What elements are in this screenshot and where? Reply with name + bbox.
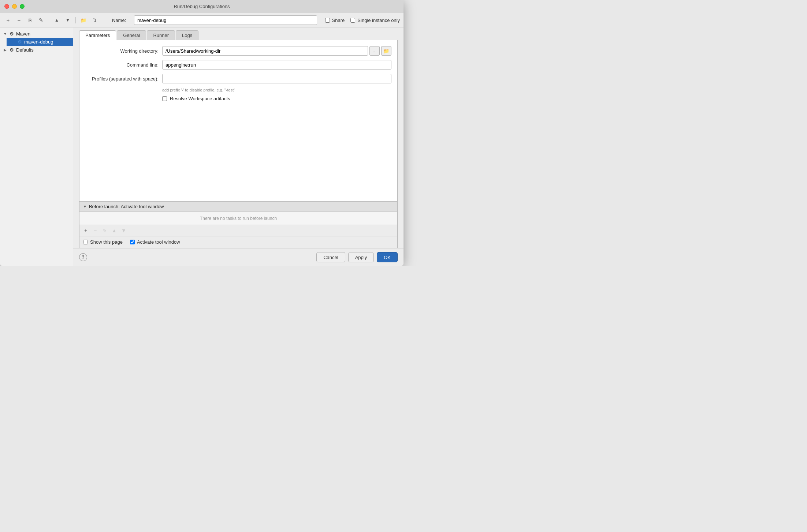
share-label-text: Share [332, 18, 345, 23]
browse-folder-button[interactable]: 📁 [381, 46, 391, 56]
command-line-row: Command line: [85, 60, 391, 70]
name-input[interactable] [134, 15, 317, 25]
share-label[interactable]: Share [325, 18, 345, 23]
bl-move-down-button[interactable]: ▼ [120, 226, 128, 235]
main-body: ▼ ⚙ Maven ⚙ maven-debug ▶ ⚙ Defaults Par… [0, 27, 404, 266]
toolbar-separator-1 [49, 17, 49, 23]
footer-right: Cancel Apply OK [316, 252, 398, 262]
tab-logs[interactable]: Logs [176, 30, 198, 40]
maven-gear-icon: ⚙ [9, 31, 15, 37]
bl-remove-button[interactable]: − [91, 226, 99, 235]
sidebar-item-defaults[interactable]: ▶ ⚙ Defaults [0, 46, 73, 54]
maven-debug-gear-icon: ⚙ [17, 39, 23, 45]
show-this-page-checkbox[interactable] [83, 240, 88, 244]
sidebar-defaults-label: Defaults [16, 47, 34, 53]
defaults-arrow: ▶ [3, 48, 7, 52]
tab-runner[interactable]: Runner [147, 30, 175, 40]
edit-config-button[interactable]: ✎ [37, 16, 45, 25]
form-panel: Working directory: … 📁 Command line: Pro… [79, 40, 398, 202]
sidebar-item-maven[interactable]: ▼ ⚙ Maven [0, 30, 73, 38]
activate-tool-window-label[interactable]: Activate tool window [130, 239, 180, 245]
sidebar-item-maven-debug[interactable]: ⚙ maven-debug [7, 38, 73, 46]
sidebar-maven-debug-label: maven-debug [24, 39, 53, 45]
content-panel: Parameters General Runner Logs Working d… [73, 27, 404, 266]
main-window: Run/Debug Configurations + − ⎘ ✎ ▲ ▼ 📁 ⇅… [0, 0, 404, 266]
resolve-artifacts-label: Resolve Workspace artifacts [170, 96, 230, 101]
tasks-area: There are no tasks to run before launch [79, 212, 397, 225]
command-line-input[interactable] [162, 60, 391, 70]
before-launch-arrow: ▼ [83, 205, 87, 209]
help-button[interactable]: ? [79, 253, 87, 261]
command-line-label: Command line: [85, 62, 159, 68]
defaults-gear-icon: ⚙ [9, 47, 15, 53]
apply-button[interactable]: Apply [348, 252, 374, 262]
copy-config-button[interactable]: ⎘ [26, 16, 34, 25]
tasks-empty-message: There are no tasks to run before launch [200, 216, 277, 221]
resolve-artifacts-checkbox[interactable] [162, 96, 167, 101]
show-this-page-label[interactable]: Show this page [83, 239, 123, 245]
single-instance-label[interactable]: Single instance only [350, 18, 400, 23]
bottom-checkboxes: Show this page Activate tool window [79, 236, 397, 248]
move-up-button[interactable]: ▲ [52, 16, 61, 25]
profiles-row: Profiles (separated with space): [85, 74, 391, 83]
sort-button[interactable]: ⇅ [90, 16, 99, 25]
ok-button[interactable]: OK [377, 252, 398, 262]
remove-config-button[interactable]: − [15, 16, 23, 25]
move-down-button[interactable]: ▼ [63, 16, 72, 25]
before-launch-toolbar: + − ✎ ▲ ▼ [79, 225, 397, 236]
traffic-lights [4, 4, 25, 9]
before-launch-title: Before launch: Activate tool window [89, 204, 164, 209]
sidebar: ▼ ⚙ Maven ⚙ maven-debug ▶ ⚙ Defaults [0, 27, 73, 266]
activate-tool-window-checkbox[interactable] [130, 240, 135, 244]
maven-arrow: ▼ [3, 32, 7, 36]
browse-dots-button[interactable]: … [369, 46, 380, 56]
show-this-page-text: Show this page [90, 239, 123, 245]
header-options: Share Single instance only [325, 18, 400, 23]
tab-parameters[interactable]: Parameters [79, 30, 116, 40]
before-launch-header[interactable]: ▼ Before launch: Activate tool window [79, 202, 397, 212]
profiles-hint: add prefix '-' to disable profile, e.g. … [162, 88, 391, 92]
name-field-label: Name: [112, 18, 130, 23]
folder-button[interactable]: 📁 [79, 16, 88, 25]
working-directory-input-group: … 📁 [162, 46, 391, 56]
single-instance-label-text: Single instance only [357, 18, 400, 23]
tab-general[interactable]: General [117, 30, 146, 40]
footer: ? Cancel Apply OK [73, 248, 404, 266]
bl-add-button[interactable]: + [82, 226, 90, 235]
titlebar: Run/Debug Configurations [0, 0, 404, 13]
resolve-artifacts-row: Resolve Workspace artifacts [162, 96, 391, 101]
single-instance-checkbox[interactable] [350, 18, 355, 23]
working-directory-input[interactable] [162, 46, 368, 56]
bl-edit-button[interactable]: ✎ [101, 226, 109, 235]
bl-move-up-button[interactable]: ▲ [110, 226, 118, 235]
toolbar-separator-2 [75, 17, 76, 23]
footer-left: ? [79, 253, 87, 261]
maximize-button[interactable] [20, 4, 25, 9]
minimize-button[interactable] [12, 4, 17, 9]
before-launch-section: ▼ Before launch: Activate tool window Th… [79, 202, 398, 248]
add-config-button[interactable]: + [4, 16, 12, 25]
share-checkbox[interactable] [325, 18, 330, 23]
sidebar-maven-label: Maven [16, 31, 30, 37]
window-title: Run/Debug Configurations [174, 4, 230, 9]
tabs-bar: Parameters General Runner Logs [73, 27, 404, 40]
cancel-button[interactable]: Cancel [316, 252, 345, 262]
profiles-input[interactable] [162, 74, 391, 83]
working-directory-label: Working directory: [85, 48, 159, 54]
activate-tool-window-text: Activate tool window [137, 239, 180, 245]
close-button[interactable] [4, 4, 9, 9]
profiles-label: Profiles (separated with space): [85, 76, 159, 82]
working-directory-row: Working directory: … 📁 [85, 46, 391, 56]
